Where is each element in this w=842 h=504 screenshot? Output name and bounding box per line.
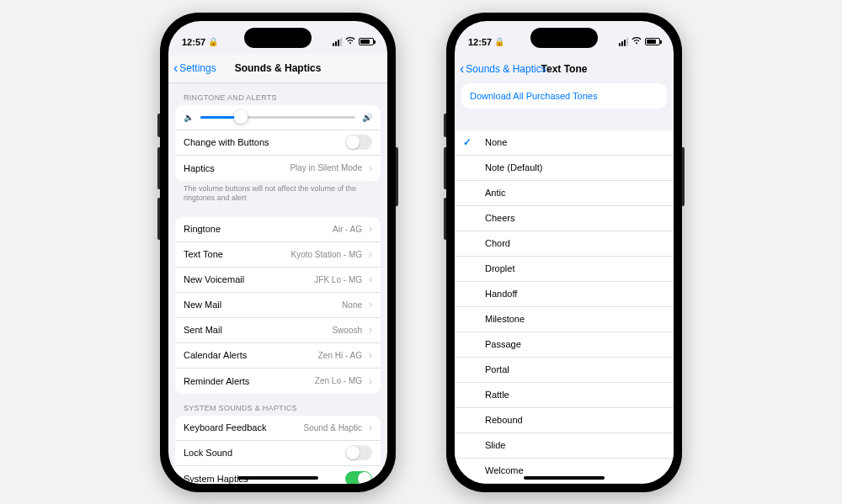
tone-passage[interactable]: Passage: [455, 332, 674, 358]
row-keyboard-feedback[interactable]: Keyboard Feedback Sound & Haptic ›: [175, 416, 381, 441]
back-label: Settings: [179, 62, 216, 74]
battery-icon: [359, 38, 374, 45]
settings-content[interactable]: RINGTONE AND ALERTS 🔈 🔊 Change with Butt…: [168, 83, 387, 484]
tone-rebound[interactable]: Rebound: [455, 408, 674, 433]
chevron-left-icon: ‹: [173, 61, 178, 76]
tone-portal[interactable]: Portal: [455, 358, 674, 383]
tone-label: Passage: [485, 339, 521, 349]
tone-label: Welcome: [485, 465, 524, 475]
row-sent-mail[interactable]: Sent MailSwoosh›: [175, 318, 381, 343]
section-footer-ringtone-alerts: The volume buttons will not affect the v…: [168, 181, 387, 209]
speaker-low-icon: 🔈: [184, 113, 194, 122]
tone-note-default-[interactable]: Note (Default): [455, 156, 674, 181]
cellular-icon: [333, 38, 342, 46]
status-time: 12:57: [468, 37, 492, 47]
row-detail: Swoosh: [332, 326, 362, 335]
checkmark-icon: ✓: [463, 136, 472, 148]
status-time: 12:57: [182, 37, 205, 47]
row-label: Text Tone: [184, 249, 223, 259]
home-indicator[interactable]: [524, 476, 605, 480]
lock-icon: 🔒: [494, 37, 504, 46]
tone-label: Milestone: [485, 314, 525, 324]
group-ringtone-alerts: 🔈 🔊 Change with Buttons Haptics Play in …: [175, 105, 381, 181]
row-text-tone[interactable]: Text ToneKyoto Station - MG›: [175, 242, 381, 268]
switch-change-with-buttons[interactable]: [345, 135, 372, 150]
tone-chord[interactable]: Chord: [455, 231, 674, 257]
row-detail: None: [342, 300, 362, 310]
chevron-right-icon: ›: [369, 299, 372, 310]
tone-label: Antic: [485, 188, 505, 198]
tone-label: Handoff: [485, 289, 517, 299]
switch-system-haptics[interactable]: [345, 471, 372, 484]
row-download-purchased[interactable]: Download All Purchased Tones: [461, 83, 667, 109]
group-system-sounds: Keyboard Feedback Sound & Haptic › Lock …: [175, 416, 381, 484]
nav-bar: ‹ Settings Sounds & Haptics: [168, 55, 387, 83]
dynamic-island: [244, 28, 312, 48]
section-header-ringtone-alerts: RINGTONE AND ALERTS: [168, 83, 387, 105]
tone-slide[interactable]: Slide: [455, 433, 674, 459]
tone-cheers[interactable]: Cheers: [455, 206, 674, 231]
chevron-right-icon: ›: [369, 273, 372, 285]
section-header-system: SYSTEM SOUNDS & HAPTICS: [168, 394, 387, 416]
volume-slider-row[interactable]: 🔈 🔊: [175, 105, 381, 130]
dynamic-island: [530, 28, 598, 48]
row-detail: Zen Lo - MG: [315, 376, 362, 385]
tone-milestone[interactable]: Milestone: [455, 307, 674, 332]
tone-droplet[interactable]: Droplet: [455, 257, 674, 282]
tone-label: Cheers: [485, 213, 514, 223]
row-ringtone[interactable]: RingtoneAir - AG›: [175, 217, 381, 242]
group-sound-assignments: RingtoneAir - AG›Text ToneKyoto Station …: [175, 217, 381, 394]
screen-sounds-haptics: 12:57 🔒 ‹ Settings Sounds & Haptics RING…: [168, 21, 387, 484]
row-detail: Zen Hi - AG: [318, 351, 362, 360]
tone-rattle[interactable]: Rattle: [455, 383, 674, 408]
tone-antic[interactable]: Antic: [455, 181, 674, 206]
tone-label: None: [485, 137, 507, 147]
chevron-right-icon: ›: [369, 349, 372, 361]
switch-lock-sound[interactable]: [345, 445, 372, 460]
back-label: Sounds & Haptics: [466, 63, 546, 75]
tone-label: Droplet: [485, 263, 514, 273]
screen-text-tone: 12:57 🔒 ‹ Sounds & Haptics Text Tone Do: [455, 21, 674, 484]
page-title: Text Tone: [541, 63, 588, 75]
row-detail: Kyoto Station - MG: [291, 250, 362, 259]
row-new-mail[interactable]: New MailNone›: [175, 293, 381, 318]
text-tone-content[interactable]: Download All Purchased Tones ✓NoneNote (…: [455, 83, 674, 484]
cellular-icon: [619, 38, 628, 46]
tone-handoff[interactable]: Handoff: [455, 282, 674, 307]
volume-slider[interactable]: [200, 116, 355, 119]
row-change-with-buttons[interactable]: Change with Buttons: [175, 130, 381, 156]
row-haptics[interactable]: Haptics Play in Silent Mode ›: [175, 156, 381, 181]
tone-label: Portal: [485, 364, 509, 374]
row-new-voicemail[interactable]: New VoicemailJFK Lo - MG›: [175, 268, 381, 293]
chevron-left-icon: ‹: [460, 61, 464, 77]
chevron-right-icon: ›: [369, 375, 372, 387]
tone-label: Slide: [485, 440, 505, 450]
tone-label: Chord: [485, 238, 510, 248]
lock-icon: 🔒: [208, 37, 218, 46]
speaker-high-icon: 🔊: [362, 113, 372, 122]
group-store: Download All Purchased Tones: [461, 83, 667, 109]
chevron-right-icon: ›: [369, 248, 372, 260]
row-detail: JFK Lo - MG: [314, 275, 362, 284]
row-calendar-alerts[interactable]: Calendar AlertsZen Hi - AG›: [175, 343, 381, 369]
tone-label: Note (Default): [485, 162, 542, 172]
chevron-right-icon: ›: [369, 162, 372, 174]
row-label: Sent Mail: [184, 325, 222, 335]
row-system-haptics[interactable]: System Haptics: [175, 466, 381, 484]
battery-icon: [645, 38, 660, 45]
tone-welcome[interactable]: Welcome: [455, 459, 674, 484]
row-lock-sound[interactable]: Lock Sound: [175, 441, 381, 466]
iphone-right: 12:57 🔒 ‹ Sounds & Haptics Text Tone Do: [446, 13, 682, 492]
wifi-icon: [632, 37, 642, 46]
iphone-left: 12:57 🔒 ‹ Settings Sounds & Haptics RING…: [160, 13, 396, 492]
chevron-right-icon: ›: [369, 223, 372, 235]
tone-none[interactable]: ✓None: [455, 130, 674, 156]
row-reminder-alerts[interactable]: Reminder AlertsZen Lo - MG›: [175, 369, 381, 394]
back-button[interactable]: ‹ Settings: [173, 55, 216, 82]
row-label: Calendar Alerts: [184, 350, 247, 360]
row-label: Reminder Alerts: [184, 376, 249, 386]
home-indicator[interactable]: [237, 476, 318, 480]
back-button[interactable]: ‹ Sounds & Haptics: [460, 55, 546, 83]
group-alert-tones: ✓NoneNote (Default)AnticCheersChordDropl…: [455, 130, 674, 484]
chevron-right-icon: ›: [369, 422, 372, 433]
